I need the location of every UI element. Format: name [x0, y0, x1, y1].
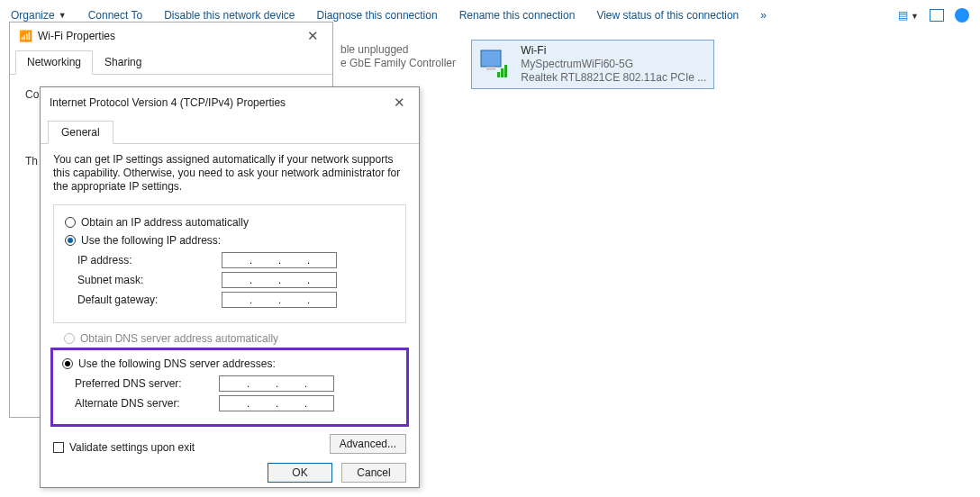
dns-highlight-box: Use the following DNS server addresses: … [50, 348, 409, 427]
net-name: Wi-Fi [521, 44, 706, 58]
radio-icon [65, 235, 76, 246]
wifi-icon: 📶 [19, 30, 32, 42]
checkbox-icon [53, 442, 64, 453]
ok-button[interactable]: OK [268, 463, 332, 483]
toolbar-overflow[interactable]: » [749, 9, 777, 22]
network-connections-area: ble unplugged e GbE Family Controller Wi… [333, 40, 971, 89]
label-pref-dns: Preferred DNS server: [75, 377, 219, 390]
toolbar-rename[interactable]: Rename this connection [449, 9, 586, 22]
preview-pane-icon[interactable] [930, 9, 944, 22]
label-ip: IP address: [77, 254, 222, 267]
peek-th: Th [25, 155, 38, 167]
help-icon[interactable] [955, 8, 969, 23]
network-item-ethernet[interactable]: ble unplugged e GbE Family Controller [333, 40, 468, 74]
network-item-wifi[interactable]: Wi-Fi MySpectrumWiFi60-5G Realtek RTL882… [471, 40, 714, 89]
tab-sharing[interactable]: Sharing [93, 50, 153, 75]
radio-dns-manual[interactable]: Use the following DNS server addresses: [62, 357, 397, 370]
label-gateway: Default gateway: [77, 294, 222, 306]
net-ssid: MySpectrumWiFi60-5G [521, 58, 706, 71]
radio-ip-manual[interactable]: Use the following IP address: [65, 234, 395, 247]
toolbar-connect-to[interactable]: Connect To [77, 9, 154, 22]
net-adapter-name: Realtek RTL8821CE 802.11ac PCIe ... [521, 71, 706, 85]
view-mode-icon[interactable]: ▤ ▼ [898, 9, 919, 22]
toolbar-organize[interactable]: Organize▼ [0, 9, 77, 22]
ip-settings-group: Obtain an IP address automatically Use t… [53, 204, 406, 323]
svg-rect-2 [497, 72, 500, 77]
input-preferred-dns[interactable]: ... [219, 375, 334, 392]
label-mask: Subnet mask: [77, 274, 222, 286]
ipv4-properties-dialog: Internet Protocol Version 4 (TCP/IPv4) P… [40, 86, 420, 488]
ipv4-title-text: Internet Protocol Version 4 (TCP/IPv4) P… [50, 96, 286, 109]
wifi-adapter-icon [479, 49, 512, 81]
advanced-button[interactable]: Advanced... [330, 434, 406, 454]
close-icon[interactable]: ✕ [388, 95, 410, 111]
net-status: ble unplugged [340, 43, 456, 57]
svg-rect-1 [486, 67, 495, 70]
chevron-down-icon: ▼ [59, 11, 67, 20]
peek-co: Co [25, 88, 39, 101]
input-ip-address[interactable]: ... [222, 252, 337, 268]
net-adapter: e GbE Family Controller [340, 57, 456, 70]
wifi-title-text: Wi-Fi Properties [38, 30, 115, 42]
svg-rect-3 [501, 68, 504, 77]
toolbar-disable-device[interactable]: Disable this network device [153, 9, 305, 22]
input-gateway[interactable]: ... [222, 292, 337, 308]
close-icon[interactable]: ✕ [302, 28, 323, 44]
radio-icon [62, 358, 73, 369]
cancel-button[interactable]: Cancel [341, 463, 406, 483]
checkbox-validate[interactable]: Validate settings upon exit [53, 441, 195, 454]
tab-general[interactable]: General [48, 121, 113, 144]
svg-rect-0 [481, 50, 501, 67]
radio-icon [65, 217, 76, 228]
label-alt-dns: Alternate DNS server: [75, 397, 219, 410]
radio-icon [64, 333, 75, 344]
radio-ip-auto[interactable]: Obtain an IP address automatically [65, 216, 395, 229]
toolbar-view-status[interactable]: View status of this connection [585, 9, 749, 22]
svg-rect-4 [504, 65, 507, 77]
radio-dns-auto: Obtain DNS server address automatically [64, 332, 406, 345]
toolbar-diagnose[interactable]: Diagnose this connection [306, 9, 449, 22]
tab-networking[interactable]: Networking [15, 50, 93, 75]
input-alternate-dns[interactable]: ... [219, 395, 334, 411]
input-subnet-mask[interactable]: ... [222, 272, 337, 288]
ipv4-help-text: You can get IP settings assigned automat… [53, 153, 406, 194]
